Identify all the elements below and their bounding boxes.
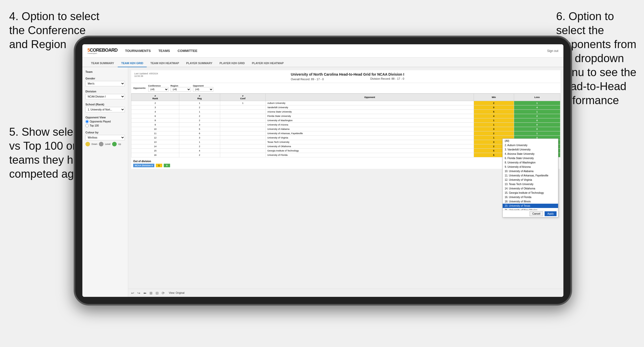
toolbar-redo[interactable]: ↪: [136, 290, 141, 296]
cell-opponent: Texas Tech University: [266, 140, 474, 144]
dropdown-item[interactable]: 12. University of Virginia: [503, 178, 558, 182]
dropdown-item[interactable]: 16. University of Florida: [503, 195, 558, 199]
table-row: 16 2 University of Florida 5 1: [131, 153, 560, 157]
cell-win: 5: [474, 110, 514, 114]
nav-tournaments[interactable]: TOURNAMENTS: [125, 49, 151, 53]
school-select[interactable]: 1. University of Nort...: [85, 107, 125, 112]
toolbar-refresh[interactable]: ⟳: [161, 290, 166, 296]
school-section: School (Rank) 1. University of Nort...: [85, 103, 125, 112]
gender-select[interactable]: Men's: [85, 81, 125, 86]
toolbar-copy[interactable]: ⊞: [148, 290, 154, 296]
sub-nav-player-h2h-heatmap[interactable]: PLAYER H2H HEATMAP: [248, 60, 287, 67]
sub-nav-team-h2h-heatmap[interactable]: TEAM H2H HEATMAP: [147, 60, 183, 67]
cell-conf: [220, 105, 266, 110]
th-reg: #Reg: [179, 94, 220, 101]
dropdown-item[interactable]: (All): [503, 139, 558, 143]
colour-select[interactable]: Win/loss: [85, 135, 125, 140]
cell-reg: 2: [179, 144, 220, 149]
dropdown-item[interactable]: 21. University of New Mexico: [503, 208, 558, 210]
sub-nav-team-summary[interactable]: TEAM SUMMARY: [87, 60, 118, 67]
radio-top-100: Top 100: [85, 124, 125, 127]
cell-rank: 13: [131, 140, 179, 144]
cell-conf: 1: [220, 101, 266, 105]
cell-win: 4: [474, 114, 514, 118]
div-loss: 0: [164, 164, 170, 167]
opponent-filter-select[interactable]: (All): [193, 87, 213, 92]
division-select[interactable]: NCAA Division I: [85, 94, 125, 99]
dropdown-item[interactable]: 10. University of Alabama: [503, 169, 558, 173]
cell-rank: 9: [131, 123, 179, 127]
table-row: 10 5 University of Alabama 3 0: [131, 127, 560, 131]
cell-win: 2: [474, 131, 514, 136]
left-panel: Team Gender Men's Division NCAA Division…: [82, 67, 128, 297]
dropdown-item[interactable]: 6. Florida State University: [503, 156, 558, 160]
toolbar-back[interactable]: ⬅: [142, 290, 147, 296]
tablet-screen: 5COREBOARD Powered by tech TOURNAMENTS T…: [82, 44, 563, 297]
cell-win: 3: [474, 127, 514, 131]
cell-opponent: Florida State University: [266, 114, 474, 118]
dropdown-item[interactable]: 3. Vanderbilt University: [503, 147, 558, 152]
view-label: View: Original: [169, 292, 185, 294]
cell-reg: 3: [179, 123, 220, 127]
cell-opponent: Vanderbilt University: [266, 105, 474, 110]
cell-reg: 4: [179, 149, 220, 153]
table-row: 9 3 University of Arizona 1 0: [131, 123, 560, 127]
nav-teams[interactable]: TEAMS: [158, 49, 170, 53]
dropdown-item[interactable]: 4. Arizona State University: [503, 152, 558, 156]
cell-opponent: University of Washington: [266, 118, 474, 123]
cell-reg: 6: [179, 131, 220, 136]
dropdown-item[interactable]: 14. University of Oklahoma: [503, 186, 558, 191]
table-row: 13 1 Texas Tech University 3 0: [131, 140, 560, 144]
toolbar-undo[interactable]: ↩: [130, 290, 135, 296]
dot-level: [99, 142, 103, 146]
cell-reg: 1: [179, 101, 220, 105]
region-filter-select[interactable]: (All): [171, 87, 191, 92]
toolbar-paste[interactable]: ⊟: [155, 290, 160, 296]
sub-nav-player-h2h-grid[interactable]: PLAYER H2H GRID: [216, 60, 248, 67]
cell-opponent: University of Virginia: [266, 136, 474, 140]
team-label: Team: [85, 70, 125, 73]
cell-win: 1: [474, 123, 514, 127]
cell-rank: 11: [131, 131, 179, 136]
division-label: Division: [85, 90, 125, 93]
cell-opponent: University of Alabama: [266, 127, 474, 131]
conference-filter-group: Conference (All): [148, 85, 169, 92]
dropdown-item[interactable]: 9. University of Arizona: [503, 165, 558, 169]
region-filter-label: Region: [171, 85, 191, 87]
sub-nav-team-h2h-grid[interactable]: TEAM H2H GRID: [118, 60, 147, 67]
opponent-dropdown[interactable]: (All)2. Auburn University3. Vanderbilt U…: [502, 138, 558, 217]
apply-button[interactable]: Apply: [545, 211, 557, 216]
cell-loss: 0: [514, 118, 560, 123]
cell-opponent: University of Arizona: [266, 123, 474, 127]
dropdown-item[interactable]: 15. Georgia Institute of Technology: [503, 191, 558, 195]
overall-record: Overall Record: 89 - 17 - 0: [291, 78, 324, 81]
nav-signout[interactable]: Sign out: [547, 49, 558, 53]
dot-level-label: Level: [105, 143, 111, 145]
table-row: 11 6 University of Arkansas, Fayettevill…: [131, 131, 560, 136]
cell-conf: [220, 118, 266, 123]
sub-nav-player-summary[interactable]: PLAYER SUMMARY: [183, 60, 216, 67]
color-section: Colour by Win/loss Down Level Up: [85, 131, 125, 146]
dropdown-item[interactable]: 18. University of Illinois: [503, 199, 558, 204]
dropdown-item[interactable]: 13. Texas Tech University: [503, 182, 558, 186]
table-row: 12 3 University of Virginia 1 0: [131, 136, 560, 140]
table-container: #Rank #Reg #Conf Opponent Win Loss 2 1 1…: [131, 93, 560, 169]
th-conf: #Conf: [220, 94, 266, 101]
div-label: NCAA Division II: [133, 164, 154, 167]
opponent-filter-label: Opponent: [193, 85, 213, 87]
table-row: 2 1 1 Auburn University 2 1: [131, 101, 560, 105]
conference-filter-select[interactable]: (All): [148, 87, 169, 92]
dropdown-item[interactable]: 11. University of Arkansas, Fayetteville: [503, 173, 558, 178]
toolbar: ↩ ↪ ⬅ ⊞ ⊟ ⟳ View: Original: [128, 289, 563, 297]
dropdown-item[interactable]: 2. Auburn University: [503, 143, 558, 147]
title-block: University of North Carolina Head-to-Hea…: [291, 72, 404, 81]
table-row: 6 2 Florida State University 4 2: [131, 114, 560, 118]
cancel-button[interactable]: Cancel: [530, 211, 543, 216]
dot-down: [85, 142, 90, 146]
cell-rank: 3: [131, 105, 179, 110]
dropdown-item[interactable]: 20. University of Texas: [503, 204, 558, 208]
nav-committee[interactable]: COMMITTEE: [177, 49, 197, 53]
cell-rank: 6: [131, 114, 179, 118]
cell-loss: 0: [514, 127, 560, 131]
dropdown-item[interactable]: 8. University of Washington: [503, 160, 558, 165]
